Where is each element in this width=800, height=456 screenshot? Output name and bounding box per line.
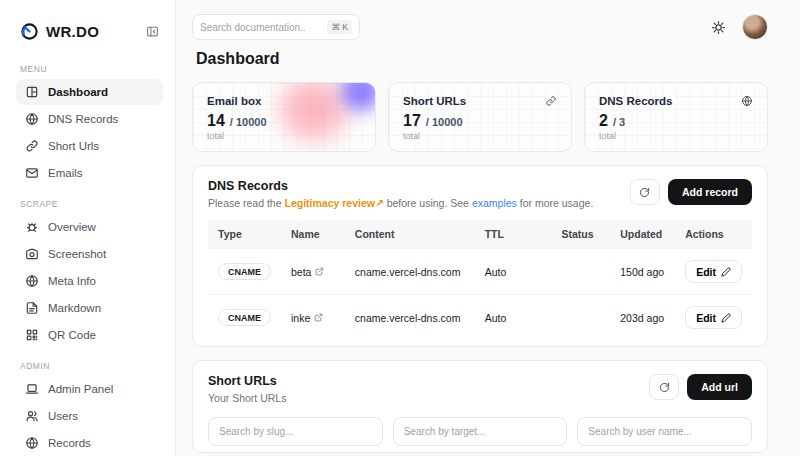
- col-header-content: Content: [345, 220, 475, 249]
- table-row: CNAME inke cname.vercel-dns.com Auto 203…: [208, 295, 752, 341]
- col-header-type: Type: [208, 220, 281, 249]
- sidebar-item-label: Emails: [48, 167, 83, 179]
- sidebar-item-label: Short Urls: [48, 140, 99, 152]
- subtitle-text: for more usage.: [517, 197, 593, 209]
- stat-caption: total: [207, 131, 361, 141]
- search-username-input[interactable]: [577, 417, 752, 446]
- users-icon: [25, 409, 39, 423]
- record-content: cname.vercel-dns.com: [345, 295, 475, 341]
- stat-card-dns-records[interactable]: DNS Records 2 / 3 total: [584, 82, 768, 152]
- dns-records-table: Type Name Content TTL Status Updated Act…: [208, 220, 752, 340]
- page-title: Dashboard: [196, 50, 768, 68]
- edit-button-label: Edit: [696, 312, 716, 324]
- sidebar-item-short-urls[interactable]: Short Urls: [16, 133, 163, 159]
- table-row: CNAME beta cname.vercel-dns.com Auto 150…: [208, 249, 752, 295]
- sidebar-item-label: Meta Info: [48, 275, 96, 287]
- stat-card-short-urls[interactable]: Short URLs 17 / 10000 total: [388, 82, 572, 152]
- search-target-input[interactable]: [393, 417, 568, 446]
- table-header-row: Type Name Content TTL Status Updated Act…: [208, 220, 752, 249]
- sidebar-item-label: Dashboard: [48, 86, 108, 98]
- gauge-logo-icon: [20, 22, 39, 41]
- link-icon: [25, 139, 39, 153]
- main-content: ⌘ K Dashboard Email box 14 / 10000: [176, 0, 800, 456]
- sidebar-item-label: Markdown: [48, 302, 101, 314]
- globe-icon: [25, 112, 39, 126]
- sidebar-item-dashboard[interactable]: Dashboard: [16, 79, 163, 105]
- legitimacy-review-link[interactable]: Legitimacy review↗: [284, 197, 383, 209]
- app-window: WR.DO MENU Dashboard DNS Records Short U…: [0, 0, 800, 456]
- link-icon: [545, 95, 557, 107]
- record-type-badge: CNAME: [218, 263, 271, 280]
- col-header-updated: Updated: [610, 220, 675, 249]
- bug-icon: [25, 220, 39, 234]
- qr-code-icon: [25, 328, 39, 342]
- external-link-icon: [314, 313, 323, 322]
- sidebar-item-markdown[interactable]: Markdown: [16, 295, 163, 321]
- record-updated: 150d ago: [610, 249, 675, 295]
- edit-button[interactable]: Edit: [685, 260, 742, 283]
- refresh-button[interactable]: [630, 179, 660, 205]
- sidebar-item-admin-panel[interactable]: Admin Panel: [16, 376, 163, 402]
- stat-card-email-box[interactable]: Email box 14 / 10000 total: [192, 82, 376, 152]
- record-content: cname.vercel-dns.com: [345, 249, 475, 295]
- sidebar-item-label: Overview: [48, 221, 96, 233]
- stat-value: 14: [207, 112, 225, 130]
- stat-title: DNS Records: [599, 95, 673, 107]
- refresh-icon: [639, 187, 650, 198]
- laptop-icon: [25, 382, 39, 396]
- topbar: ⌘ K: [192, 14, 768, 40]
- search-slug-input[interactable]: [208, 417, 383, 446]
- sidebar-item-dns-records[interactable]: DNS Records: [16, 106, 163, 132]
- edit-button[interactable]: Edit: [685, 306, 742, 329]
- app-logo[interactable]: WR.DO: [20, 22, 99, 41]
- record-ttl: Auto: [475, 295, 552, 341]
- dns-panel-title: DNS Records: [208, 179, 593, 193]
- record-name[interactable]: beta: [291, 266, 324, 278]
- sidebar-item-records[interactable]: Records: [16, 430, 163, 456]
- dns-records-panel: DNS Records Please read the Legitimacy r…: [192, 165, 768, 347]
- user-avatar[interactable]: [742, 14, 768, 40]
- doc-search-input[interactable]: [200, 22, 305, 33]
- col-header-name: Name: [281, 220, 345, 249]
- stats-row: Email box 14 / 10000 total Short URLs 17: [192, 82, 768, 152]
- sidebar: WR.DO MENU Dashboard DNS Records Short U…: [0, 0, 176, 456]
- globe-icon: [25, 274, 39, 288]
- record-type-badge: CNAME: [218, 309, 271, 326]
- record-name[interactable]: inke: [291, 312, 323, 324]
- record-ttl: Auto: [475, 249, 552, 295]
- stat-limit: / 10000: [230, 116, 267, 128]
- stat-caption: total: [403, 131, 557, 141]
- add-url-button[interactable]: Add url: [687, 374, 752, 400]
- sidebar-item-overview[interactable]: Overview: [16, 214, 163, 240]
- record-name-text: inke: [291, 312, 310, 324]
- sidebar-section-label: MENU: [20, 64, 159, 74]
- globe-icon: [25, 436, 39, 450]
- examples-link[interactable]: examples: [472, 197, 517, 209]
- sidebar-collapse-icon[interactable]: [146, 25, 159, 38]
- sidebar-item-qr-code[interactable]: QR Code: [16, 322, 163, 348]
- sidebar-item-label: QR Code: [48, 329, 96, 341]
- theme-toggle-sun-icon[interactable]: [711, 20, 726, 35]
- camera-icon: [25, 247, 39, 261]
- pencil-icon: [721, 313, 731, 323]
- short-urls-filters: [208, 417, 752, 446]
- add-record-button[interactable]: Add record: [668, 179, 752, 205]
- sidebar-item-emails[interactable]: Emails: [16, 160, 163, 186]
- short-urls-panel-subtitle: Your Short URLs: [208, 392, 286, 404]
- subtitle-text: before using. See: [384, 197, 472, 209]
- col-header-actions: Actions: [675, 220, 752, 249]
- doc-search[interactable]: ⌘ K: [192, 14, 360, 40]
- stat-value: 17: [403, 112, 421, 130]
- sidebar-item-label: Admin Panel: [48, 383, 113, 395]
- sidebar-item-users[interactable]: Users: [16, 403, 163, 429]
- sidebar-item-meta-info[interactable]: Meta Info: [16, 268, 163, 294]
- subtitle-text: Please read the: [208, 197, 284, 209]
- dns-panel-subtitle: Please read the Legitimacy review↗ befor…: [208, 197, 593, 209]
- stat-value: 2: [599, 112, 608, 130]
- sidebar-item-screenshot[interactable]: Screenshot: [16, 241, 163, 267]
- sidebar-item-label: DNS Records: [48, 113, 118, 125]
- stat-title: Email box: [207, 95, 261, 107]
- sidebar-item-label: Users: [48, 410, 78, 422]
- refresh-button[interactable]: [649, 374, 679, 400]
- short-urls-panel-title: Short URLs: [208, 374, 286, 388]
